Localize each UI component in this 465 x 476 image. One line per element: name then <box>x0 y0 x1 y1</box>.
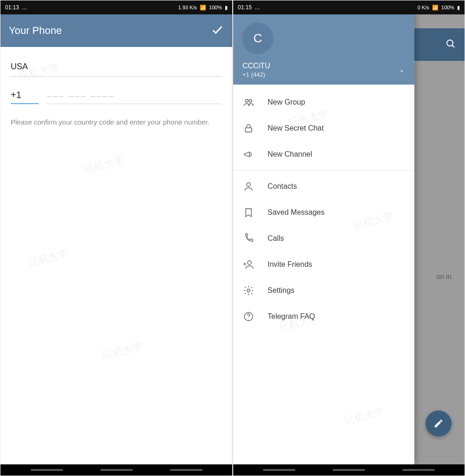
confirm-button[interactable] <box>211 23 224 38</box>
drawer-screen: 01:15 … 0 K/s 📶 100% ▮ on in <box>233 0 465 476</box>
navigation-drawer: C CCCiTU +1 (442) New GroupNew Secret Ch… <box>233 14 414 464</box>
svg-point-0 <box>447 40 453 46</box>
menu-item-label: New Group <box>268 98 305 106</box>
status-dots: … <box>255 4 260 11</box>
nav-recent[interactable] <box>31 469 63 471</box>
svg-point-2 <box>245 99 248 102</box>
phone-icon <box>242 232 255 245</box>
account-dropdown-icon[interactable] <box>399 68 405 76</box>
add-person-icon <box>242 258 255 271</box>
lock-icon <box>242 122 255 134</box>
hint-text: Please confirm your country code and ent… <box>11 117 222 127</box>
drawer-username: CCCiTU <box>242 62 405 70</box>
nav-home[interactable] <box>333 469 365 471</box>
bookmark-icon <box>242 206 255 218</box>
menu-item-telegram-faq[interactable]: Telegram FAQ <box>233 304 414 330</box>
country-code-input[interactable]: +1 <box>11 90 39 104</box>
nav-home[interactable] <box>100 469 133 471</box>
menu-item-label: Contacts <box>268 182 297 191</box>
android-navbar <box>0 464 232 476</box>
login-screen: 01:13 … 1.93 K/s 📶 100% ▮ Your Phone USA… <box>0 0 233 476</box>
battery-icon: ▮ <box>225 5 228 11</box>
status-time: 01:15 <box>238 4 252 11</box>
menu-item-new-group[interactable]: New Group <box>233 89 414 115</box>
nav-back[interactable] <box>170 469 203 471</box>
status-dots: … <box>22 4 27 11</box>
compose-fab[interactable] <box>426 410 452 436</box>
status-netspeed: 0 K/s <box>418 5 429 10</box>
menu-item-settings[interactable]: Settings <box>233 278 414 304</box>
drawer-header[interactable]: C CCCiTU +1 (442) <box>233 14 414 85</box>
avatar[interactable]: C <box>242 23 273 53</box>
status-signal: 📶 <box>432 5 439 11</box>
menu-divider <box>233 170 414 171</box>
menu-item-new-secret-chat[interactable]: New Secret Chat <box>233 115 414 141</box>
phone-number-input[interactable]: ––– ––– –––– <box>47 91 222 104</box>
drawer-phone: +1 (442) <box>242 71 405 78</box>
menu-item-label: Telegram FAQ <box>268 312 315 321</box>
drawer-menu: New GroupNew Secret ChatNew ChannelConta… <box>233 85 414 334</box>
country-field[interactable]: USA <box>11 56 222 77</box>
svg-point-5 <box>247 183 250 186</box>
menu-item-new-channel[interactable]: New Channel <box>233 141 414 167</box>
status-time: 01:13 <box>5 4 19 11</box>
svg-rect-4 <box>245 128 252 132</box>
svg-point-3 <box>249 99 252 102</box>
svg-point-9 <box>247 289 250 292</box>
nav-back[interactable] <box>402 469 435 471</box>
status-bar: 01:13 … 1.93 K/s 📶 100% ▮ <box>0 0 232 14</box>
person-icon <box>242 180 255 192</box>
gear-icon <box>242 284 255 297</box>
menu-item-label: Invite Friends <box>268 260 312 269</box>
page-title: Your Phone <box>9 25 62 37</box>
svg-line-1 <box>452 45 454 47</box>
menu-item-label: Saved Messages <box>268 208 325 217</box>
menu-item-calls[interactable]: Calls <box>233 225 414 251</box>
menu-item-contacts[interactable]: Contacts <box>233 173 414 199</box>
menu-item-label: New Channel <box>268 150 312 159</box>
help-icon <box>242 311 255 323</box>
status-battery: 100% <box>441 5 454 10</box>
appbar: Your Phone <box>0 14 232 47</box>
megaphone-icon <box>242 148 255 160</box>
search-button[interactable] <box>445 38 456 51</box>
status-battery: 100% <box>209 5 222 10</box>
menu-item-label: Settings <box>268 286 295 295</box>
menu-item-label: New Secret Chat <box>268 124 324 132</box>
menu-item-saved-messages[interactable]: Saved Messages <box>233 199 414 225</box>
login-form: USA +1 ––– ––– –––– Please confirm your … <box>0 47 232 137</box>
svg-point-11 <box>248 318 249 319</box>
menu-item-invite-friends[interactable]: Invite Friends <box>233 251 414 278</box>
menu-item-label: Calls <box>268 234 284 243</box>
status-bar: 01:15 … 0 K/s 📶 100% ▮ <box>233 0 465 14</box>
status-netspeed: 1.93 K/s <box>178 5 197 10</box>
battery-icon: ▮ <box>457 5 460 11</box>
group-icon <box>242 96 255 108</box>
nav-recent[interactable] <box>263 469 295 471</box>
bg-text-fragment: on in <box>436 272 452 280</box>
status-signal: 📶 <box>200 5 206 11</box>
svg-point-6 <box>248 261 251 264</box>
android-navbar <box>233 464 465 476</box>
